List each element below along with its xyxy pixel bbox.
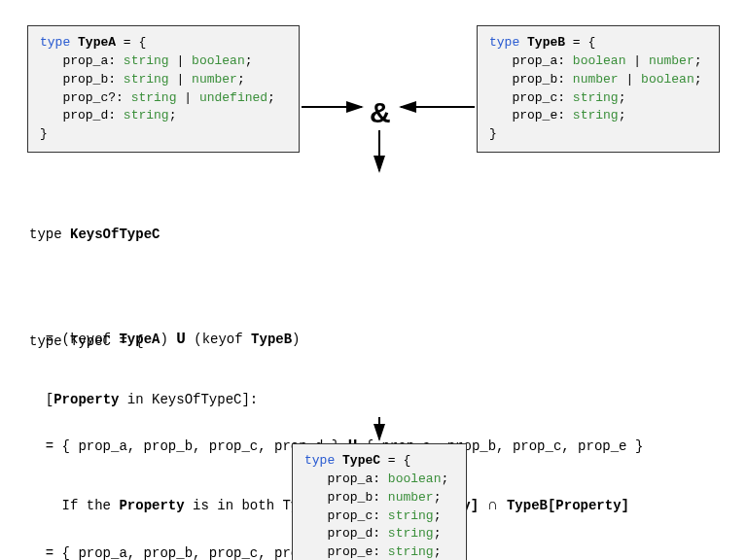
tc-line-2: [Property in KeysOfTypeC]: xyxy=(29,390,629,409)
type-c-box: type TypeC = { prop_a: boolean; prop_b: … xyxy=(292,443,467,560)
type-a-box: type TypeA = { prop_a: string | boolean;… xyxy=(27,25,300,153)
type-b-box: type TypeB = { prop_a: boolean | number;… xyxy=(477,25,720,153)
tc-line-1: type TypeC = { xyxy=(29,332,629,351)
intersection-symbol: & xyxy=(370,91,391,134)
keys-line-1: type KeysOfTypeC xyxy=(29,225,643,244)
